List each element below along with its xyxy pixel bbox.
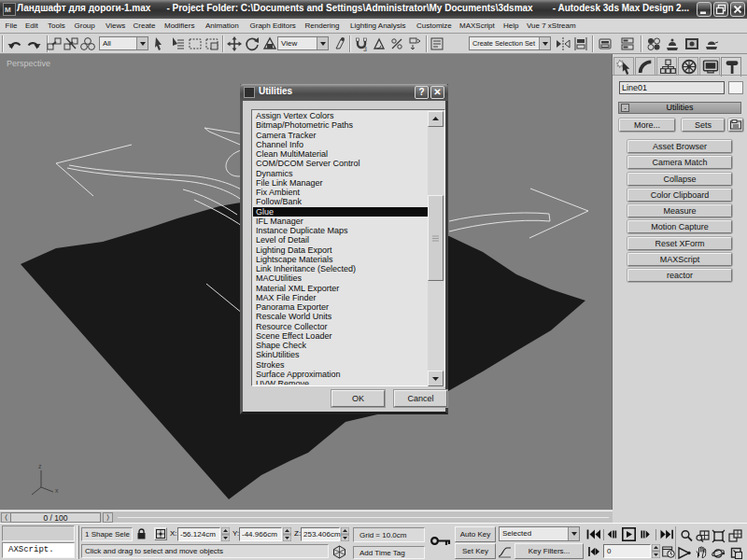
- svg-text:x: x: [55, 487, 59, 494]
- svg-text:z: z: [38, 463, 42, 469]
- svg-text:3: 3: [363, 46, 367, 51]
- svg-text:M: M: [5, 6, 11, 14]
